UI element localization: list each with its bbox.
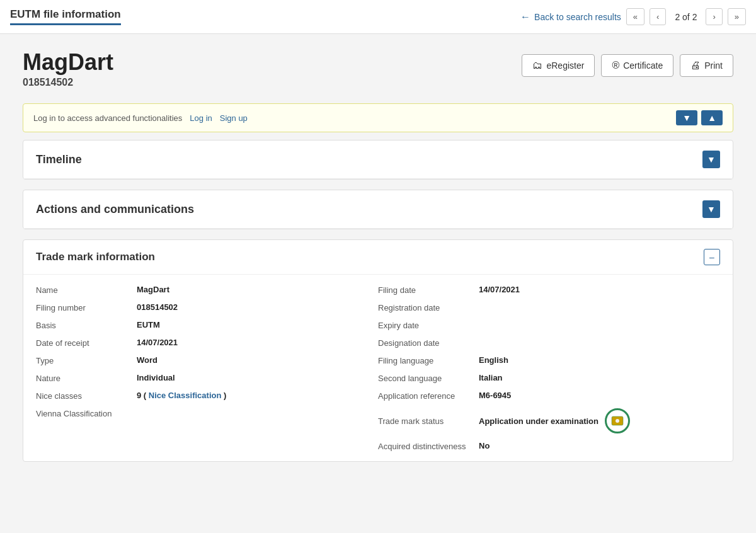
page-indicator: 2 of 2 [671,12,701,22]
tm-row-type: Type Word [36,355,378,365]
tm-label-second-language: Second language [378,373,479,383]
back-to-search-link[interactable]: ← Back to search results [520,11,621,23]
trademark-toggle-button[interactable]: – [704,249,720,265]
timeline-header[interactable]: Timeline ▼ [23,140,733,179]
status-icon [605,408,630,433]
tm-row-acquired: Acquired distinctiveness No [378,441,720,451]
tm-row-expiry-date: Expiry date [378,320,720,330]
tm-label-acquired: Acquired distinctiveness [378,441,479,451]
tm-row-name: Name MagDart [36,285,378,295]
tm-value-name: MagDart [137,285,169,294]
tm-label-status: Trade mark status [378,416,479,426]
eregister-icon: 🗂 [532,60,542,71]
tm-row-nature: Nature Individual [36,373,378,383]
tm-value-filing-number: 018514502 [137,302,178,312]
actions-title: Actions and communications [36,203,194,216]
title-section: MagDart 018514502 🗂 eRegister ® Certific… [23,44,733,93]
tm-value-date-of-receipt: 14/07/2021 [137,338,178,347]
tm-value-filing-language: English [479,355,508,365]
page-title: EUTM file information [10,8,121,25]
tm-value-basis: EUTM [137,320,160,330]
tm-label-date-of-receipt: Date of receipt [36,338,137,348]
tm-label-filing-number: Filing number [36,302,137,312]
tm-row-designation-date: Designation date [378,338,720,348]
eregister-button[interactable]: 🗂 eRegister [522,54,595,77]
tm-row-second-language: Second language Italian [378,373,720,383]
tm-row-filing-language: Filing language English [378,355,720,365]
tm-value-status: Application under examination [479,416,598,426]
tm-value-acquired: No [479,441,490,450]
nice-classification-link[interactable]: Nice Classification [149,391,222,400]
eregister-label: eRegister [546,60,584,71]
tm-label-nice-classes: Nice classes [36,391,137,401]
trademark-header: Trade mark information – [23,240,733,275]
timeline-toggle-button[interactable]: ▼ [702,151,720,168]
tm-label-filing-language: Filing language [378,355,479,365]
tm-row-filing-number: Filing number 018514502 [36,302,378,312]
last-page-button[interactable]: » [728,8,746,25]
main-content: MagDart 018514502 🗂 eRegister ® Certific… [13,34,743,482]
collapse-all-button[interactable]: ▼ [676,110,697,125]
tm-row-basis: Basis EUTM [36,320,378,330]
action-buttons: 🗂 eRegister ® Certificate 🖨 Print [522,54,733,77]
trademark-left-column: Name MagDart Filing number 018514502 Bas… [36,285,378,451]
back-to-search-label: Back to search results [534,12,621,22]
tm-label-name: Name [36,285,137,295]
tm-value-filing-date: 14/07/2021 [479,285,520,294]
timeline-section: Timeline ▼ [23,140,733,180]
login-banner: Log in to access advanced functionalitie… [23,103,733,132]
mark-title: MagDart 018514502 [23,49,113,88]
login-prompt-text: Log in to access advanced functionalitie… [33,113,182,123]
tm-label-designation-date: Designation date [378,338,479,348]
tm-value-second-language: Italian [479,373,503,382]
mark-filing-number: 018514502 [23,77,113,88]
certificate-label: Certificate [623,60,663,71]
actions-toggle-button[interactable]: ▼ [702,200,720,218]
mark-name: MagDart [23,49,113,76]
tm-value-type: Word [137,355,158,365]
tm-label-basis: Basis [36,320,137,330]
login-banner-text: Log in to access advanced functionalitie… [33,113,248,123]
tm-label-app-reference: Application reference [378,391,479,401]
tm-value-nice-classes: 9 ( Nice Classification ) [137,391,226,400]
tm-value-nature: Individual [137,373,175,382]
actions-header[interactable]: Actions and communications ▼ [23,190,733,229]
print-icon: 🖨 [690,60,701,71]
banner-collapse-buttons: ▼ ▲ [676,110,723,125]
top-nav: ← Back to search results « ‹ 2 of 2 › » [520,8,746,25]
certificate-button[interactable]: ® Certificate [601,54,673,77]
tm-label-expiry-date: Expiry date [378,320,479,330]
tm-label-type: Type [36,355,137,365]
login-link[interactable]: Log in [190,113,212,123]
trademark-section: Trade mark information – Name MagDart Fi… [23,239,733,462]
tm-value-app-reference: M6-6945 [479,391,511,400]
trademark-section-title: Trade mark information [36,251,155,263]
trademark-right-column: Filing date 14/07/2021 Registration date… [378,285,720,451]
tm-label-filing-date: Filing date [378,285,479,295]
next-page-button[interactable]: › [706,8,722,25]
tm-row-status: Trade mark status Application under exam… [378,408,720,433]
tm-row-filing-date: Filing date 14/07/2021 [378,285,720,295]
tm-label-vienna: Vienna Classification [36,408,137,418]
first-page-button[interactable]: « [626,8,644,25]
tm-label-nature: Nature [36,373,137,383]
expand-all-button[interactable]: ▲ [701,110,723,125]
tm-row-date-of-receipt: Date of receipt 14/07/2021 [36,338,378,348]
tm-row-app-reference: Application reference M6-6945 [378,391,720,401]
timeline-title: Timeline [36,153,82,166]
trademark-info-grid: Name MagDart Filing number 018514502 Bas… [23,275,733,461]
top-bar: EUTM file information ← Back to search r… [0,0,756,34]
print-button[interactable]: 🖨 Print [680,54,733,77]
tm-row-registration-date: Registration date [378,302,720,312]
tm-label-registration-date: Registration date [378,302,479,312]
print-label: Print [704,60,723,71]
tm-row-vienna: Vienna Classification [36,408,378,418]
actions-section: Actions and communications ▼ [23,190,733,229]
certificate-icon: ® [612,60,619,71]
back-arrow-icon: ← [520,11,530,23]
tm-row-nice-classes: Nice classes 9 ( Nice Classification ) [36,391,378,401]
prev-page-button[interactable]: ‹ [650,8,666,25]
signup-link[interactable]: Sign up [220,113,248,123]
